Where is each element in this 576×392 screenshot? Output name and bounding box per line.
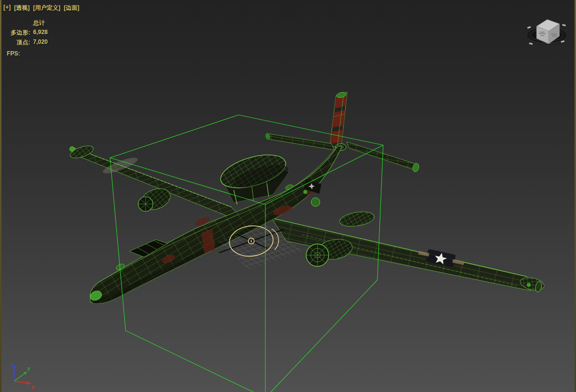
viewcube-icon[interactable] [526, 19, 568, 45]
wireframe-aircraft-model[interactable] [69, 92, 545, 304]
viewport-canvas[interactable]: z y x [0, 0, 576, 392]
wing-left [69, 143, 245, 223]
viewport-menu-shading[interactable]: [边面] [64, 4, 79, 12]
viewport-menu-general[interactable]: [+] [3, 4, 11, 12]
statistics-panel: 总计 多边形: 6,928 顶点: 7,020 [5, 19, 48, 47]
stats-polygons-value: 6,928 [33, 29, 48, 37]
axis-y-label: y [27, 365, 31, 372]
axis-tripod-icon: z y x [11, 361, 35, 391]
perspective-viewport[interactable]: z y x [+] [透视] [用户定义] [边面] 总计 多边形: 6,928… [0, 0, 576, 392]
viewport-label-bar: [+] [透视] [用户定义] [边面] [3, 4, 79, 12]
stats-vertices-value: 7,020 [33, 38, 48, 47]
stats-vertices-label: 顶点: [5, 38, 30, 47]
viewport-border-left [0, 0, 1, 392]
tail-fairing [311, 198, 320, 206]
stats-polygons-label: 多边形: [5, 29, 30, 37]
axis-x-label: x [31, 384, 35, 391]
stabilizer-left [264, 132, 334, 150]
fps-label: FPS: [7, 50, 20, 57]
stats-total-header: 总计 [33, 19, 48, 27]
axis-z-label: z [11, 361, 14, 368]
viewport-menu-user-view[interactable]: [用户定义] [33, 4, 60, 12]
tail-fin [330, 92, 347, 150]
stats-spacer [5, 19, 30, 27]
viewport-menu-pov[interactable]: [透视] [14, 4, 30, 12]
gear-fairing-pod [338, 210, 375, 229]
